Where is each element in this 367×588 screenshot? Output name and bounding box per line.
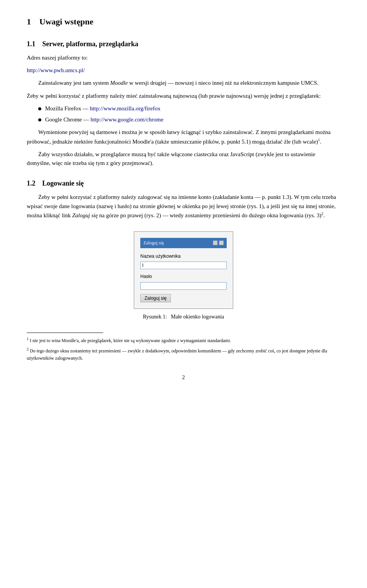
login-dialog: Zaloguj się _ □ Nazwa użytkownika Hasło … xyxy=(134,231,233,309)
subsection2-number: 1.2 xyxy=(27,179,36,187)
figure-1-container: Zaloguj się _ □ Nazwa użytkownika Hasło … xyxy=(119,231,248,321)
subsection2-title-text: Logowanie się xyxy=(42,179,84,187)
page-number: 2 xyxy=(27,373,340,382)
chrome-label: Google Chrome — http://www.google.com/ch… xyxy=(45,115,163,124)
firefox-label: Mozilla Firefox — http://www.mozilla.org… xyxy=(45,104,161,113)
para-browsers-intro: Żeby w pełni korzystać z platformy należ… xyxy=(27,92,340,100)
section-title-text: Uwagi wstępne xyxy=(39,17,93,26)
subsection1-title-text: Serwer, platforma, przeglądarka xyxy=(42,40,138,48)
password-label: Hasło xyxy=(140,273,227,280)
browsers-list: Mozilla Firefox — http://www.mozilla.org… xyxy=(38,104,340,124)
bullet-dot-chrome xyxy=(38,118,41,121)
para-address-label: Adres naszej platformy to: xyxy=(27,53,340,62)
browser-item-chrome: Google Chrome — http://www.google.com/ch… xyxy=(38,115,340,124)
footnote-1-sup: 1 xyxy=(27,337,29,341)
dialog-title-text: Zaloguj się xyxy=(143,239,164,247)
bullet-dot-firefox xyxy=(38,107,41,110)
footnote-1: 1 I nie jest to wina Moodle'a, ale przeg… xyxy=(27,336,340,344)
dialog-title-icons: _ □ xyxy=(213,241,224,245)
password-input[interactable] xyxy=(140,282,227,290)
para-moodle-desc: Zainstalowany jest tam system Moodle w w… xyxy=(27,79,340,87)
subsection1-number: 1.1 xyxy=(27,40,36,48)
browser-item-firefox: Mozilla Firefox — http://www.mozilla.org… xyxy=(38,104,340,113)
chrome-link[interactable]: http://www.google.com/chrome xyxy=(91,116,164,123)
username-input[interactable] xyxy=(140,262,227,269)
username-label: Nazwa użytkownika xyxy=(140,253,227,260)
login-button[interactable]: Zaloguj się xyxy=(140,294,171,302)
section-number: 1 xyxy=(27,17,31,26)
section-heading: 1 Uwagi wstępne xyxy=(27,15,340,28)
firefox-link[interactable]: http://www.mozilla.org/firefox xyxy=(90,105,161,111)
platform-link[interactable]: http://www.pwh.umcs.pl/ xyxy=(27,67,85,73)
figure-1-caption: Rysunek 1: Małe okienko logowania xyxy=(143,313,224,321)
subsection1-heading: 1.1 Serwer, platforma, przeglądarka xyxy=(27,39,340,50)
para-free-browsers: Wymienione powyżej są darmowe i można je… xyxy=(27,128,340,146)
para-cookies-js: Żaby wszystko działało, w przeglądarce m… xyxy=(27,150,340,168)
footnote-rule xyxy=(27,333,103,333)
dialog-title-bar: Zaloguj się _ □ xyxy=(140,238,227,248)
para-login-desc: Żeby w pełni korzystać z platformy należ… xyxy=(27,193,340,220)
subsection2-heading: 1.2 Logowanie się xyxy=(27,178,340,189)
dialog-maximize-icon: □ xyxy=(219,241,224,245)
para-address-link: http://www.pwh.umcs.pl/ xyxy=(27,66,340,75)
footnote-2-sup: 2 xyxy=(27,347,29,351)
footnote-2: 2 Do tego dużego okna zostaniemy też prz… xyxy=(27,346,340,362)
dialog-minimize-icon: _ xyxy=(213,241,218,245)
